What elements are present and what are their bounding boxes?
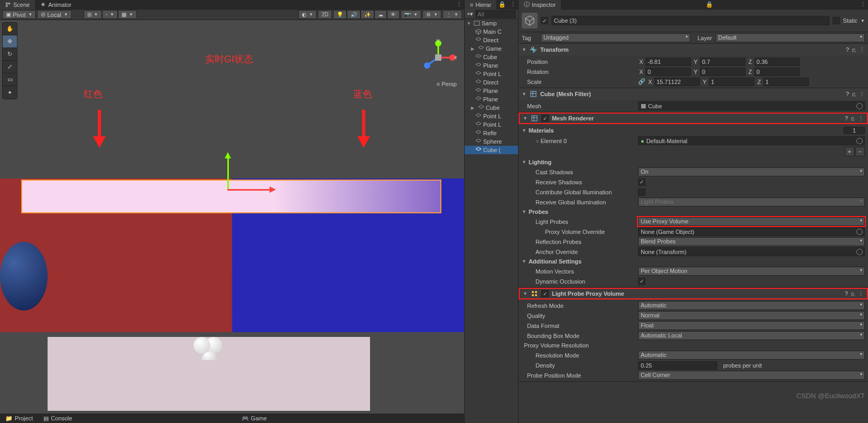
tab-console[interactable]: ▤Console (38, 413, 77, 423)
scale-tool[interactable]: ⤢ (3, 61, 17, 73)
preset-icon[interactable]: ⎌ (852, 91, 856, 98)
list-item[interactable]: Plane (465, 95, 518, 104)
materials-count-input[interactable] (844, 127, 865, 134)
move-tool[interactable]: ✥ (3, 35, 17, 48)
rotate-tool[interactable]: ↻ (3, 48, 17, 61)
active-checkbox[interactable]: ✓ (541, 17, 548, 24)
contrib-gi-checkbox[interactable] (638, 189, 645, 196)
list-item[interactable]: Plane (465, 61, 518, 70)
sky-toggle[interactable]: ☁ (374, 10, 387, 19)
inspector-lock-icon[interactable]: 🔒 (704, 1, 715, 8)
help-icon[interactable]: ? (846, 46, 849, 53)
tab-inspector[interactable]: ⓘInspector (519, 0, 561, 10)
resolution-mode-dropdown[interactable]: Automatic (638, 351, 865, 360)
pivot-button[interactable]: ▣Pivot▼ (2, 10, 36, 19)
rot-z-input[interactable] (754, 68, 800, 76)
scene-viewport[interactable]: ✋ ✥ ↻ ⤢ ▭ ✦ 实时GI状态 红色 蓝色 (0, 20, 464, 423)
dynamic-occlusion-checkbox[interactable]: ✓ (638, 278, 645, 285)
lppv-enable[interactable]: ✓ (541, 290, 549, 297)
camera-button[interactable]: 📷▼ (401, 10, 421, 19)
refresh-mode-dropdown[interactable]: Automatic (638, 301, 865, 310)
rot-x-input[interactable] (645, 68, 691, 76)
transform-tool[interactable]: ✦ (3, 86, 17, 99)
remove-material-button[interactable]: − (855, 147, 865, 156)
tab-animator[interactable]: Animator (35, 0, 77, 10)
hand-tool[interactable]: ✋ (3, 23, 17, 35)
snap-grid-button[interactable]: ▦▼ (118, 10, 137, 19)
list-item[interactable]: Point L (465, 120, 518, 129)
list-item[interactable]: Cube (465, 53, 518, 61)
pos-y-input[interactable] (700, 58, 745, 66)
shading-mode-button[interactable]: ◐▼ (298, 10, 317, 19)
list-item[interactable]: Direct (465, 78, 518, 87)
tab-menu-icon[interactable]: ⋮ (454, 1, 464, 8)
receive-shadows-checkbox[interactable]: ✓ (638, 178, 645, 186)
tab-game[interactable]: 🎮Game (236, 413, 272, 423)
help-icon[interactable]: ? (846, 91, 849, 98)
layer-dropdown[interactable]: Default (716, 33, 865, 42)
local-button[interactable]: ⊘Local▼ (37, 10, 71, 19)
hierarchy-search-input[interactable] (475, 10, 516, 18)
fold-icon[interactable]: ▼ (523, 291, 528, 296)
fold-icon[interactable]: ▼ (522, 91, 527, 97)
reflection-probes-dropdown[interactable]: Blend Probes (638, 237, 865, 246)
persp-label[interactable]: ≡ Persp (437, 81, 457, 87)
snap-inc-button[interactable]: ▫▼ (102, 10, 118, 19)
rot-y-input[interactable] (700, 68, 745, 76)
static-dropdown-icon[interactable]: ▼ (861, 18, 865, 23)
list-item[interactable]: Direct (465, 36, 518, 44)
scale-z-input[interactable] (763, 78, 809, 86)
pos-x-input[interactable] (645, 58, 691, 66)
2d-toggle[interactable]: 2D (318, 10, 332, 19)
pos-z-input[interactable] (754, 58, 800, 66)
rect-tool[interactable]: ▭ (3, 73, 17, 86)
fold-icon[interactable]: ▼ (523, 116, 528, 121)
motion-vectors-dropdown[interactable]: Per Object Motion (638, 267, 865, 276)
preset-icon[interactable]: ⎌ (851, 115, 855, 122)
tab-hierarchy[interactable]: ≡Hierar (465, 0, 496, 10)
lighting-header[interactable]: Lighting (529, 159, 551, 165)
gizmos-button[interactable]: ⚙▼ (422, 10, 441, 19)
preset-icon[interactable]: ⎌ (852, 46, 856, 53)
mesh-field[interactable]: ▦Cube (638, 101, 865, 110)
vis-toggle[interactable]: 👁 (387, 10, 400, 19)
list-item[interactable]: Point L (465, 70, 518, 78)
list-item[interactable]: ▶Cube (465, 104, 518, 112)
quality-dropdown[interactable]: Normal (638, 311, 865, 320)
materials-header[interactable]: Materials (529, 127, 554, 134)
hierarchy-menu-icon[interactable]: ⋮ (508, 1, 518, 8)
probe-position-mode-dropdown[interactable]: Cell Corner (638, 371, 865, 380)
gameobject-icon[interactable] (522, 13, 538, 29)
additional-header[interactable]: Additional Settings (529, 258, 581, 265)
bbox-mode-dropdown[interactable]: Automatic Local (638, 331, 865, 340)
scale-y-input[interactable] (709, 78, 754, 86)
fx-toggle[interactable]: ✨ (361, 10, 374, 19)
menu-icon[interactable]: ⋮ (859, 91, 865, 98)
mesh-renderer-enable[interactable]: ✓ (541, 115, 549, 122)
tab-project[interactable]: 📁Project (0, 413, 38, 423)
menu-icon[interactable]: ⋮ (858, 115, 864, 122)
list-item[interactable]: Sphere (465, 137, 518, 146)
orientation-gizmo[interactable]: xy (420, 39, 457, 76)
list-item[interactable]: Refle (465, 129, 518, 137)
cast-shadows-dropdown[interactable]: On (638, 167, 865, 176)
audio-toggle[interactable]: 🔊 (347, 10, 361, 19)
add-button[interactable]: +▾ (467, 11, 473, 17)
menu-icon[interactable]: ⋮ (858, 290, 864, 297)
hierarchy-lock-icon[interactable]: 🔒 (497, 1, 507, 8)
scale-x-input[interactable] (654, 78, 700, 86)
list-item[interactable]: Plane (465, 87, 518, 95)
scene-menu-button[interactable]: ⋮▼ (442, 10, 462, 19)
material-field[interactable]: ●Default-Material (638, 136, 865, 145)
menu-icon[interactable]: ⋮ (859, 46, 865, 53)
hierarchy-scene-row[interactable]: ▼Samp (465, 19, 518, 27)
add-material-button[interactable]: + (845, 147, 854, 156)
density-input[interactable] (638, 361, 717, 370)
proxy-override-field[interactable]: None (Game Object) (638, 227, 865, 236)
list-item-selected[interactable]: Cube ( (465, 146, 518, 154)
probes-header[interactable]: Probes (529, 209, 548, 215)
fold-icon[interactable]: ▼ (522, 47, 527, 52)
tab-scene[interactable]: Scene (0, 0, 35, 10)
tag-dropdown[interactable]: Untagged (541, 33, 690, 42)
preset-icon[interactable]: ⎌ (851, 290, 855, 297)
